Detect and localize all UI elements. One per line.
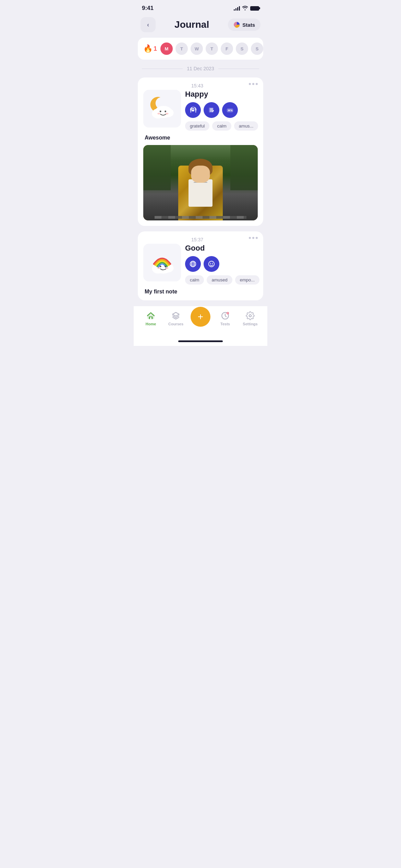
wifi-icon	[242, 5, 248, 11]
nav-settings[interactable]: Settings	[240, 311, 260, 326]
entry-note-good: My first note	[143, 289, 258, 295]
page-title: Journal	[174, 19, 209, 30]
day-circle-sat[interactable]: S	[236, 43, 248, 55]
svg-point-5	[163, 108, 174, 117]
svg-point-16	[231, 110, 232, 111]
tag-calm2: calm	[185, 275, 204, 285]
add-icon: +	[198, 312, 203, 322]
activity-face	[204, 256, 219, 272]
activity-reading	[185, 102, 201, 118]
nav-home[interactable]: Home	[141, 311, 161, 326]
streak-badge: 🔥 1	[143, 44, 157, 53]
dot1	[249, 83, 251, 85]
journal-card-happy: 15:43	[138, 77, 263, 226]
courses-label: Courses	[168, 322, 183, 326]
card-content-good: Good	[185, 244, 259, 285]
journal-card-good: 15:37	[138, 231, 263, 300]
happy-mood-emoji	[143, 90, 181, 128]
nav-tests[interactable]: Tests	[215, 311, 235, 326]
day-circle-tue[interactable]: T	[175, 43, 188, 55]
tests-label: Tests	[220, 322, 230, 326]
tag-amused2: amused	[207, 275, 232, 285]
day-circle-mon[interactable]: M	[160, 43, 173, 55]
card-header-good: 15:37	[143, 237, 258, 242]
tags-happy: grateful calm amus...	[185, 121, 258, 131]
svg-point-29	[210, 263, 211, 264]
svg-rect-33	[150, 317, 151, 319]
status-icons	[234, 5, 259, 11]
svg-point-7	[165, 111, 166, 112]
streak-container: 🔥 1 M T W T F S S	[138, 38, 263, 60]
back-button[interactable]: ‹	[141, 17, 156, 32]
svg-point-30	[212, 263, 213, 264]
svg-point-6	[160, 111, 161, 112]
date-line-left	[142, 69, 183, 69]
header: ‹ Journal Stats	[134, 14, 267, 38]
home-icon	[146, 311, 156, 321]
settings-icon	[245, 311, 255, 321]
tag-grateful: grateful	[185, 121, 209, 131]
date-line-right	[218, 69, 259, 69]
svg-point-15	[230, 110, 231, 111]
card-content-happy: Happy	[185, 90, 258, 131]
more-options-happy[interactable]	[249, 83, 258, 85]
tag-empow: empo...	[235, 275, 259, 285]
tag-amused: amus...	[234, 121, 258, 131]
stats-label: Stats	[242, 22, 255, 28]
mood-title-good: Good	[185, 244, 259, 253]
status-bar: 9:41	[134, 0, 267, 14]
svg-point-9	[166, 113, 168, 114]
home-indicator	[134, 336, 267, 346]
tags-good: calm amused empo...	[185, 275, 259, 285]
tag-calm: calm	[212, 121, 231, 131]
activity-icons-good	[185, 256, 259, 272]
battery-icon	[250, 6, 259, 11]
tests-icon	[220, 311, 230, 321]
stats-icon	[233, 21, 240, 28]
flame-icon: 🔥	[143, 44, 153, 53]
signal-icon	[234, 6, 240, 11]
svg-point-25	[192, 261, 194, 267]
day-circle-sun[interactable]: S	[251, 43, 263, 55]
dot2	[252, 83, 254, 85]
status-time: 9:41	[142, 5, 154, 12]
nav-courses[interactable]: Courses	[166, 311, 186, 326]
svg-point-28	[209, 261, 215, 267]
home-label: Home	[146, 322, 156, 326]
day-circles: M T W T F S S	[160, 43, 263, 55]
entry-note-happy: Awesome	[143, 135, 258, 141]
scroll-content: 🔥 1 M T W T F S S 11 Dec 2023 15:43	[134, 38, 267, 300]
bottom-nav: Home Courses + Tests	[134, 306, 267, 336]
mood-title-happy: Happy	[185, 90, 258, 99]
good-mood-emoji	[143, 244, 181, 281]
activity-globe	[185, 256, 201, 272]
activity-gaming	[222, 102, 238, 118]
svg-point-36	[249, 315, 252, 317]
svg-point-24	[190, 261, 196, 267]
stats-button[interactable]: Stats	[228, 19, 260, 31]
card-body-happy: Happy	[143, 90, 258, 131]
date-text: 11 Dec 2023	[187, 66, 214, 71]
entry-image-happy	[143, 145, 258, 220]
svg-point-8	[157, 113, 160, 114]
dot3	[256, 83, 258, 85]
activity-writing	[204, 102, 219, 118]
activity-icons-happy	[185, 102, 258, 118]
courses-icon	[171, 311, 181, 321]
day-circle-thu[interactable]: T	[206, 43, 218, 55]
day-circle-fri[interactable]: F	[221, 43, 233, 55]
svg-point-23	[166, 267, 168, 269]
day-circle-wed[interactable]: W	[191, 43, 203, 55]
entry-time-good: 15:37	[143, 237, 203, 242]
svg-point-21	[165, 266, 166, 267]
home-bar	[178, 340, 223, 342]
entry-time-happy: 15:43	[143, 83, 203, 88]
add-entry-button[interactable]: +	[191, 307, 210, 327]
card-body-good: Good	[143, 244, 258, 285]
svg-point-20	[160, 266, 161, 267]
streak-count: 1	[154, 45, 157, 52]
date-separator: 11 Dec 2023	[134, 60, 267, 77]
more-options-good[interactable]	[249, 237, 258, 239]
back-icon: ‹	[147, 21, 149, 28]
dot1	[249, 237, 251, 239]
